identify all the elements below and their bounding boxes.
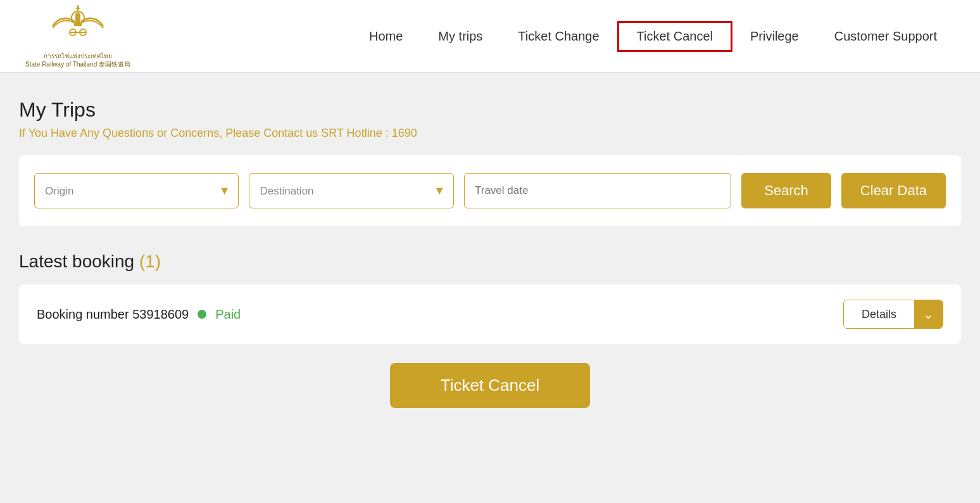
- destination-select[interactable]: Destination: [249, 173, 453, 208]
- latest-booking-title: Latest booking (1): [19, 251, 961, 272]
- origin-select[interactable]: Origin: [34, 173, 239, 208]
- header: การรถไฟแห่งประเทศไทย State Railway of Th…: [0, 0, 980, 73]
- nav-home[interactable]: Home: [351, 23, 420, 50]
- svg-marker-7: [76, 5, 80, 9]
- status-paid-label: Paid: [215, 307, 241, 322]
- search-button[interactable]: Search: [741, 173, 831, 208]
- ticket-cancel-wrapper: Ticket Cancel: [19, 363, 961, 408]
- logo: การรถไฟแห่งประเทศไทย State Railway of Th…: [25, 4, 130, 68]
- travel-date-input[interactable]: [464, 173, 731, 208]
- hotline-text: If You Have Any Questions or Concerns, P…: [19, 127, 961, 140]
- booking-count: (1): [139, 251, 161, 271]
- main-content: My Trips If You Have Any Questions or Co…: [0, 73, 980, 503]
- nav-privilege[interactable]: Privilege: [732, 23, 817, 50]
- details-chevron-icon: ⌄: [914, 300, 943, 328]
- logo-text-thai: การรถไฟแห่งประเทศไทย: [44, 52, 112, 60]
- nav-ticket-cancel[interactable]: Ticket Cancel: [617, 21, 732, 52]
- nav-ticket-change[interactable]: Ticket Change: [500, 23, 617, 50]
- page-title: My Trips: [19, 98, 961, 122]
- details-button[interactable]: Details ⌄: [843, 300, 943, 329]
- nav-customer-support[interactable]: Customer Support: [817, 23, 955, 50]
- logo-emblem: [49, 4, 106, 52]
- main-nav: Home My trips Ticket Change Ticket Cance…: [351, 21, 955, 52]
- booking-number-label: Booking number 53918609: [37, 307, 189, 322]
- clear-data-button[interactable]: Clear Data: [841, 173, 946, 208]
- origin-select-wrapper: Origin ▼: [34, 173, 239, 208]
- svg-rect-2: [74, 23, 82, 26]
- destination-select-wrapper: Destination ▼: [249, 173, 453, 208]
- nav-my-trips[interactable]: My trips: [420, 23, 500, 50]
- ticket-cancel-button[interactable]: Ticket Cancel: [390, 363, 591, 408]
- status-dot-icon: [198, 310, 206, 319]
- logo-text-en: State Railway of Thailand 泰国铁道局: [25, 60, 130, 68]
- details-label: Details: [844, 302, 914, 328]
- booking-info: Booking number 53918609 Paid: [37, 307, 241, 322]
- svg-rect-1: [75, 13, 80, 23]
- booking-card: Booking number 53918609 Paid Details ⌄: [19, 284, 961, 344]
- search-card: Origin ▼ Destination ▼ Search Clear Data: [19, 155, 961, 226]
